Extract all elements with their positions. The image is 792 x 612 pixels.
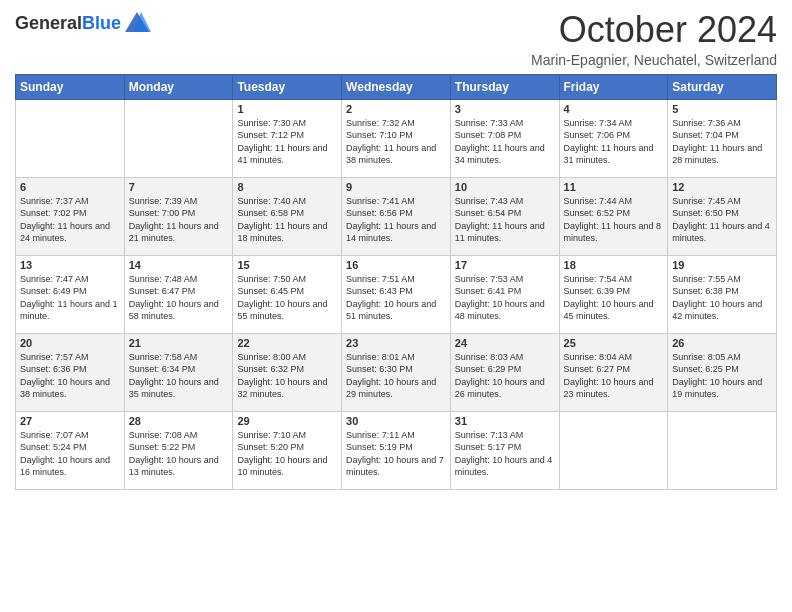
day-number: 3 xyxy=(455,103,555,115)
day-number: 9 xyxy=(346,181,446,193)
day-number: 26 xyxy=(672,337,772,349)
calendar-cell xyxy=(559,411,668,489)
cell-content: Sunrise: 7:50 AMSunset: 6:45 PMDaylight:… xyxy=(237,273,337,323)
calendar-cell: 10Sunrise: 7:43 AMSunset: 6:54 PMDayligh… xyxy=(450,177,559,255)
page: GeneralBlue October 2024 Marin-Epagnier,… xyxy=(0,0,792,612)
calendar-cell: 20Sunrise: 7:57 AMSunset: 6:36 PMDayligh… xyxy=(16,333,125,411)
day-number: 8 xyxy=(237,181,337,193)
calendar-header-row: SundayMondayTuesdayWednesdayThursdayFrid… xyxy=(16,74,777,99)
calendar-cell xyxy=(16,99,125,177)
calendar-cell: 6Sunrise: 7:37 AMSunset: 7:02 PMDaylight… xyxy=(16,177,125,255)
day-number: 28 xyxy=(129,415,229,427)
cell-content: Sunrise: 7:43 AMSunset: 6:54 PMDaylight:… xyxy=(455,195,555,245)
day-number: 12 xyxy=(672,181,772,193)
cell-content: Sunrise: 7:32 AMSunset: 7:10 PMDaylight:… xyxy=(346,117,446,167)
cell-content: Sunrise: 7:08 AMSunset: 5:22 PMDaylight:… xyxy=(129,429,229,479)
calendar-cell: 4Sunrise: 7:34 AMSunset: 7:06 PMDaylight… xyxy=(559,99,668,177)
calendar-cell: 7Sunrise: 7:39 AMSunset: 7:00 PMDaylight… xyxy=(124,177,233,255)
calendar-cell xyxy=(124,99,233,177)
calendar-cell: 12Sunrise: 7:45 AMSunset: 6:50 PMDayligh… xyxy=(668,177,777,255)
calendar-week-row: 20Sunrise: 7:57 AMSunset: 6:36 PMDayligh… xyxy=(16,333,777,411)
day-number: 16 xyxy=(346,259,446,271)
month-title: October 2024 xyxy=(531,10,777,50)
calendar-cell: 15Sunrise: 7:50 AMSunset: 6:45 PMDayligh… xyxy=(233,255,342,333)
calendar-week-row: 1Sunrise: 7:30 AMSunset: 7:12 PMDaylight… xyxy=(16,99,777,177)
cell-content: Sunrise: 7:11 AMSunset: 5:19 PMDaylight:… xyxy=(346,429,446,479)
cell-content: Sunrise: 7:45 AMSunset: 6:50 PMDaylight:… xyxy=(672,195,772,245)
header: GeneralBlue October 2024 Marin-Epagnier,… xyxy=(15,10,777,68)
logo-blue-text: Blue xyxy=(82,13,121,33)
cell-content: Sunrise: 7:47 AMSunset: 6:49 PMDaylight:… xyxy=(20,273,120,323)
calendar-day-header: Wednesday xyxy=(342,74,451,99)
calendar-cell: 8Sunrise: 7:40 AMSunset: 6:58 PMDaylight… xyxy=(233,177,342,255)
calendar-table: SundayMondayTuesdayWednesdayThursdayFrid… xyxy=(15,74,777,490)
day-number: 21 xyxy=(129,337,229,349)
calendar-cell: 23Sunrise: 8:01 AMSunset: 6:30 PMDayligh… xyxy=(342,333,451,411)
title-block: October 2024 Marin-Epagnier, Neuchatel, … xyxy=(531,10,777,68)
cell-content: Sunrise: 8:05 AMSunset: 6:25 PMDaylight:… xyxy=(672,351,772,401)
location: Marin-Epagnier, Neuchatel, Switzerland xyxy=(531,52,777,68)
calendar-cell: 21Sunrise: 7:58 AMSunset: 6:34 PMDayligh… xyxy=(124,333,233,411)
calendar-cell: 18Sunrise: 7:54 AMSunset: 6:39 PMDayligh… xyxy=(559,255,668,333)
calendar-cell: 13Sunrise: 7:47 AMSunset: 6:49 PMDayligh… xyxy=(16,255,125,333)
day-number: 2 xyxy=(346,103,446,115)
day-number: 14 xyxy=(129,259,229,271)
cell-content: Sunrise: 7:57 AMSunset: 6:36 PMDaylight:… xyxy=(20,351,120,401)
calendar-cell: 14Sunrise: 7:48 AMSunset: 6:47 PMDayligh… xyxy=(124,255,233,333)
day-number: 13 xyxy=(20,259,120,271)
calendar-cell: 30Sunrise: 7:11 AMSunset: 5:19 PMDayligh… xyxy=(342,411,451,489)
logo-general-text: General xyxy=(15,13,82,33)
cell-content: Sunrise: 8:04 AMSunset: 6:27 PMDaylight:… xyxy=(564,351,664,401)
cell-content: Sunrise: 7:39 AMSunset: 7:00 PMDaylight:… xyxy=(129,195,229,245)
cell-content: Sunrise: 7:40 AMSunset: 6:58 PMDaylight:… xyxy=(237,195,337,245)
calendar-day-header: Saturday xyxy=(668,74,777,99)
day-number: 7 xyxy=(129,181,229,193)
cell-content: Sunrise: 7:54 AMSunset: 6:39 PMDaylight:… xyxy=(564,273,664,323)
cell-content: Sunrise: 7:36 AMSunset: 7:04 PMDaylight:… xyxy=(672,117,772,167)
day-number: 6 xyxy=(20,181,120,193)
calendar-cell: 29Sunrise: 7:10 AMSunset: 5:20 PMDayligh… xyxy=(233,411,342,489)
day-number: 10 xyxy=(455,181,555,193)
cell-content: Sunrise: 7:10 AMSunset: 5:20 PMDaylight:… xyxy=(237,429,337,479)
day-number: 20 xyxy=(20,337,120,349)
calendar-cell: 31Sunrise: 7:13 AMSunset: 5:17 PMDayligh… xyxy=(450,411,559,489)
calendar-cell: 22Sunrise: 8:00 AMSunset: 6:32 PMDayligh… xyxy=(233,333,342,411)
calendar-cell: 19Sunrise: 7:55 AMSunset: 6:38 PMDayligh… xyxy=(668,255,777,333)
calendar-cell: 2Sunrise: 7:32 AMSunset: 7:10 PMDaylight… xyxy=(342,99,451,177)
day-number: 29 xyxy=(237,415,337,427)
day-number: 27 xyxy=(20,415,120,427)
logo: GeneralBlue xyxy=(15,10,151,38)
calendar-cell: 25Sunrise: 8:04 AMSunset: 6:27 PMDayligh… xyxy=(559,333,668,411)
day-number: 17 xyxy=(455,259,555,271)
calendar-cell: 28Sunrise: 7:08 AMSunset: 5:22 PMDayligh… xyxy=(124,411,233,489)
calendar-cell: 9Sunrise: 7:41 AMSunset: 6:56 PMDaylight… xyxy=(342,177,451,255)
calendar-cell xyxy=(668,411,777,489)
cell-content: Sunrise: 7:33 AMSunset: 7:08 PMDaylight:… xyxy=(455,117,555,167)
day-number: 31 xyxy=(455,415,555,427)
cell-content: Sunrise: 7:34 AMSunset: 7:06 PMDaylight:… xyxy=(564,117,664,167)
day-number: 30 xyxy=(346,415,446,427)
logo-icon xyxy=(123,10,151,38)
calendar-day-header: Tuesday xyxy=(233,74,342,99)
calendar-day-header: Friday xyxy=(559,74,668,99)
cell-content: Sunrise: 7:55 AMSunset: 6:38 PMDaylight:… xyxy=(672,273,772,323)
cell-content: Sunrise: 7:51 AMSunset: 6:43 PMDaylight:… xyxy=(346,273,446,323)
cell-content: Sunrise: 7:07 AMSunset: 5:24 PMDaylight:… xyxy=(20,429,120,479)
calendar-cell: 5Sunrise: 7:36 AMSunset: 7:04 PMDaylight… xyxy=(668,99,777,177)
cell-content: Sunrise: 8:01 AMSunset: 6:30 PMDaylight:… xyxy=(346,351,446,401)
cell-content: Sunrise: 7:13 AMSunset: 5:17 PMDaylight:… xyxy=(455,429,555,479)
cell-content: Sunrise: 7:37 AMSunset: 7:02 PMDaylight:… xyxy=(20,195,120,245)
calendar-cell: 24Sunrise: 8:03 AMSunset: 6:29 PMDayligh… xyxy=(450,333,559,411)
day-number: 18 xyxy=(564,259,664,271)
day-number: 11 xyxy=(564,181,664,193)
day-number: 22 xyxy=(237,337,337,349)
calendar-cell: 11Sunrise: 7:44 AMSunset: 6:52 PMDayligh… xyxy=(559,177,668,255)
calendar-cell: 17Sunrise: 7:53 AMSunset: 6:41 PMDayligh… xyxy=(450,255,559,333)
calendar-week-row: 13Sunrise: 7:47 AMSunset: 6:49 PMDayligh… xyxy=(16,255,777,333)
calendar-day-header: Sunday xyxy=(16,74,125,99)
calendar-week-row: 6Sunrise: 7:37 AMSunset: 7:02 PMDaylight… xyxy=(16,177,777,255)
cell-content: Sunrise: 7:44 AMSunset: 6:52 PMDaylight:… xyxy=(564,195,664,245)
calendar-cell: 3Sunrise: 7:33 AMSunset: 7:08 PMDaylight… xyxy=(450,99,559,177)
calendar-day-header: Thursday xyxy=(450,74,559,99)
calendar-day-header: Monday xyxy=(124,74,233,99)
